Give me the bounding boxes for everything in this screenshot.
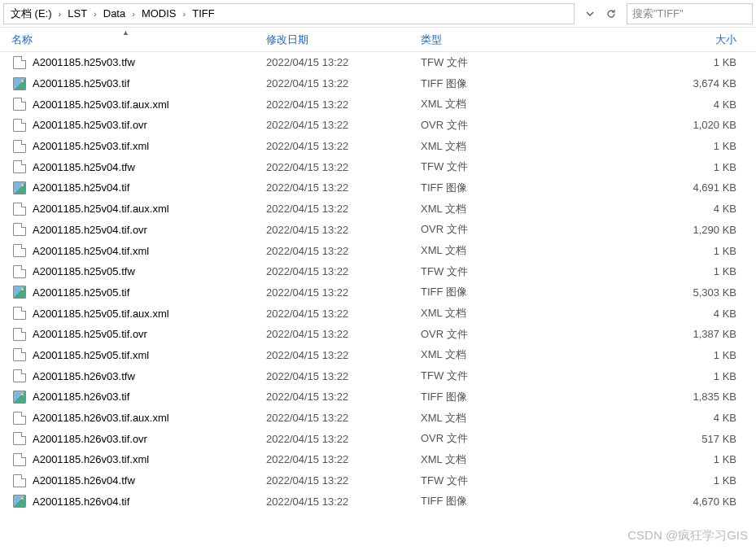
file-row[interactable]: A2001185.h25v03.tif.xml2022/04/15 13:22X…	[0, 136, 756, 157]
file-size: 1 KB	[535, 349, 756, 361]
file-date: 2022/04/15 13:22	[258, 412, 413, 424]
file-row[interactable]: A2001185.h25v03.tif2022/04/15 13:22TIFF …	[0, 73, 756, 94]
file-row[interactable]: A2001185.h26v03.tif2022/04/15 13:22TIFF …	[0, 386, 756, 408]
breadcrumb-segment[interactable]: LST	[66, 7, 89, 20]
file-type: TFW 文件	[413, 55, 535, 70]
file-size: 517 KB	[535, 433, 756, 445]
file-type: TIFF 图像	[413, 181, 535, 195]
file-type: XML 文档	[413, 306, 535, 321]
generic-file-icon	[13, 223, 26, 236]
file-date: 2022/04/15 13:22	[258, 203, 413, 215]
file-name: A2001185.h26v04.tif	[33, 495, 129, 508]
file-date: 2022/04/15 13:22	[258, 286, 413, 299]
file-row[interactable]: A2001185.h26v04.tif2022/04/15 13:22TIFF …	[0, 491, 756, 512]
file-date: 2022/04/15 13:22	[258, 119, 413, 131]
refresh-button[interactable]	[601, 3, 622, 24]
file-size: 1,387 KB	[535, 328, 756, 340]
column-headers: 名称 修改日期 类型 大小 ▲	[0, 28, 756, 52]
generic-file-icon	[13, 119, 26, 132]
header-type[interactable]: 类型	[413, 33, 535, 47]
file-date: 2022/04/15 13:22	[258, 56, 413, 68]
file-name: A2001185.h25v03.tif	[33, 77, 129, 89]
file-type: OVR 文件	[413, 327, 535, 342]
file-size: 1,835 KB	[535, 391, 756, 403]
breadcrumb-segment[interactable]: Data	[102, 7, 127, 20]
file-type: XML 文档	[413, 97, 535, 111]
file-name: A2001185.h25v04.tif.aux.xml	[33, 203, 169, 215]
breadcrumb[interactable]: 文档 (E:)›LST›Data›MODIS›TIFF	[3, 3, 575, 24]
generic-file-icon	[13, 369, 26, 382]
chevron-right-icon[interactable]: ›	[89, 9, 102, 19]
file-row[interactable]: A2001185.h25v03.tfw2022/04/15 13:22TFW 文…	[0, 52, 756, 73]
file-name: A2001185.h25v03.tif.aux.xml	[33, 98, 169, 111]
generic-file-icon	[13, 328, 26, 341]
file-type: XML 文档	[413, 411, 535, 426]
file-row[interactable]: A2001185.h26v03.tfw2022/04/15 13:22TFW 文…	[0, 365, 756, 386]
chevron-right-icon[interactable]: ›	[127, 9, 140, 19]
file-row[interactable]: A2001185.h25v04.tif.xml2022/04/15 13:22X…	[0, 240, 756, 261]
file-row[interactable]: A2001185.h26v03.tif.xml2022/04/15 13:22X…	[0, 449, 756, 470]
file-date: 2022/04/15 13:22	[258, 349, 413, 361]
file-size: 4 KB	[535, 308, 756, 320]
file-row[interactable]: A2001185.h25v05.tif2022/04/15 13:22TIFF …	[0, 282, 756, 303]
file-row[interactable]: A2001185.h25v04.tif2022/04/15 13:22TIFF …	[0, 177, 756, 199]
file-name: A2001185.h25v04.tfw	[33, 161, 135, 173]
file-size: 4,691 KB	[535, 181, 756, 194]
file-size: 1 KB	[535, 56, 756, 68]
file-date: 2022/04/15 13:22	[258, 433, 413, 445]
file-type: TFW 文件	[413, 369, 535, 383]
file-row[interactable]: A2001185.h25v05.tif.ovr2022/04/15 13:22O…	[0, 324, 756, 345]
file-row[interactable]: A2001185.h25v04.tfw2022/04/15 13:22TFW 文…	[0, 156, 756, 177]
file-row[interactable]: A2001185.h25v04.tif.ovr2022/04/15 13:22O…	[0, 220, 756, 241]
address-toolbar: 文档 (E:)›LST›Data›MODIS›TIFF 搜索"TIFF"	[0, 0, 756, 28]
file-row[interactable]: A2001185.h25v05.tif.xml2022/04/15 13:22X…	[0, 345, 756, 366]
file-date: 2022/04/15 13:22	[258, 98, 413, 111]
breadcrumb-segment[interactable]: 文档 (E:)	[9, 7, 54, 21]
file-size: 5,303 KB	[535, 286, 756, 299]
search-input[interactable]: 搜索"TIFF"	[627, 3, 753, 24]
dropdown-history-button[interactable]	[579, 3, 601, 24]
header-size[interactable]: 大小	[535, 33, 756, 47]
generic-file-icon	[13, 348, 26, 361]
file-type: OVR 文件	[413, 222, 535, 237]
generic-file-icon	[13, 307, 26, 320]
file-row[interactable]: A2001185.h25v04.tif.aux.xml2022/04/15 13…	[0, 199, 756, 220]
file-type: OVR 文件	[413, 118, 535, 133]
file-name: A2001185.h26v03.tif.xml	[33, 453, 149, 465]
file-row[interactable]: A2001185.h25v05.tif.aux.xml2022/04/15 13…	[0, 303, 756, 324]
file-row[interactable]: A2001185.h26v03.tif.ovr2022/04/15 13:22O…	[0, 428, 756, 449]
image-file-icon	[13, 391, 26, 404]
breadcrumb-segment[interactable]: MODIS	[140, 7, 178, 20]
file-row[interactable]: A2001185.h26v04.tfw2022/04/15 13:22TFW 文…	[0, 470, 756, 491]
file-size: 1 KB	[535, 245, 756, 257]
generic-file-icon	[13, 98, 26, 111]
search-placeholder: 搜索"TIFF"	[632, 7, 684, 21]
file-row[interactable]: A2001185.h25v05.tfw2022/04/15 13:22TFW 文…	[0, 261, 756, 282]
header-date[interactable]: 修改日期	[258, 33, 413, 47]
generic-file-icon	[13, 432, 26, 445]
file-size: 1 KB	[535, 453, 756, 465]
chevron-right-icon[interactable]: ›	[178, 9, 191, 19]
file-size: 4 KB	[535, 412, 756, 424]
file-size: 4 KB	[535, 203, 756, 215]
generic-file-icon	[13, 265, 26, 278]
breadcrumb-segment[interactable]: TIFF	[190, 7, 216, 20]
file-row[interactable]: A2001185.h25v03.tif.ovr2022/04/15 13:22O…	[0, 115, 756, 136]
file-name: A2001185.h25v05.tif.ovr	[33, 328, 147, 340]
generic-file-icon	[13, 453, 26, 466]
file-type: XML 文档	[413, 139, 535, 154]
file-date: 2022/04/15 13:22	[258, 495, 413, 508]
chevron-right-icon[interactable]: ›	[54, 9, 67, 19]
file-name: A2001185.h25v05.tif.aux.xml	[33, 308, 169, 320]
file-name: A2001185.h25v03.tif.ovr	[33, 119, 147, 131]
image-file-icon	[13, 286, 26, 299]
file-row[interactable]: A2001185.h25v03.tif.aux.xml2022/04/15 13…	[0, 94, 756, 115]
file-row[interactable]: A2001185.h26v03.tif.aux.xml2022/04/15 13…	[0, 408, 756, 429]
file-type: TIFF 图像	[413, 76, 535, 91]
file-size: 1 KB	[535, 265, 756, 277]
file-date: 2022/04/15 13:22	[258, 140, 413, 152]
file-date: 2022/04/15 13:22	[258, 370, 413, 382]
file-date: 2022/04/15 13:22	[258, 77, 413, 89]
file-date: 2022/04/15 13:22	[258, 161, 413, 173]
file-type: XML 文档	[413, 243, 535, 258]
